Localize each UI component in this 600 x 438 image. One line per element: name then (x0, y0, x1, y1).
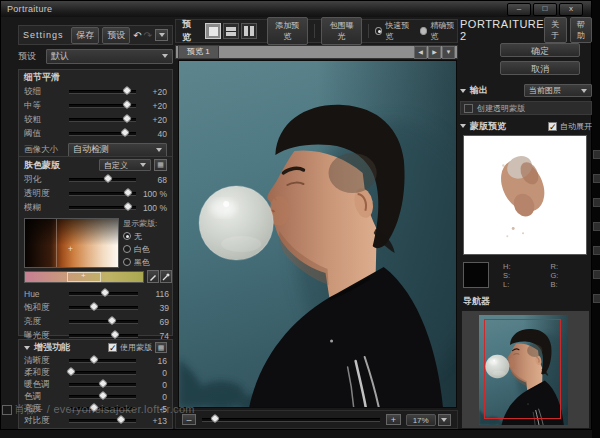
slider-track[interactable] (69, 419, 136, 423)
tab-prev-icon[interactable]: ◀ (414, 46, 427, 59)
accurate-preview-radio[interactable]: 精确预览 (420, 20, 457, 42)
enhance-options-button[interactable]: ▦ (155, 342, 167, 353)
layout-single-icon[interactable] (205, 23, 221, 39)
image-size-value: 自动检测 (69, 143, 152, 156)
minimize-button[interactable]: – (507, 3, 531, 16)
slider-thumb[interactable] (89, 302, 99, 312)
slider-track[interactable] (69, 118, 136, 122)
radio-icon[interactable] (123, 245, 131, 253)
radio-icon[interactable] (375, 27, 382, 35)
radio-icon[interactable] (123, 232, 131, 240)
slider-track[interactable] (69, 90, 136, 94)
slider-thumb[interactable] (122, 114, 132, 124)
slider-thumb[interactable] (100, 288, 110, 298)
slider-thumb[interactable] (123, 202, 133, 212)
use-mask-checkbox[interactable]: ✓ (108, 343, 117, 352)
mask-preview-thumbnail[interactable] (463, 135, 587, 255)
undo-icon[interactable]: ↶ (133, 30, 141, 41)
slider-track[interactable] (69, 359, 136, 363)
zoom-slider-thumb[interactable] (210, 413, 220, 423)
mask-options-button[interactable]: ▦ (154, 159, 167, 171)
detail-section-title: 细节平滑 (24, 71, 60, 84)
show-mask-option-white[interactable]: 白色 (123, 244, 173, 255)
slider-track[interactable] (69, 192, 136, 196)
transparent-mask-checkbox[interactable] (464, 104, 473, 113)
save-button[interactable]: 保存 (71, 27, 99, 44)
layout-hsplit-icon[interactable] (223, 23, 239, 39)
eyedropper-icon[interactable] (160, 270, 172, 283)
add-preview-button[interactable]: 添加预览 (267, 17, 308, 45)
tab-menu-icon[interactable]: ▼ (442, 46, 455, 59)
slider-value: 100 % (141, 189, 167, 199)
ok-button[interactable]: 确定 (500, 43, 580, 57)
preview-image[interactable] (178, 60, 457, 408)
slider-track[interactable] (69, 104, 136, 108)
layout-vsplit-icon[interactable] (241, 23, 257, 39)
slider-track[interactable] (69, 132, 136, 136)
maximize-button[interactable]: □ (533, 3, 557, 16)
collapse-arrow-icon[interactable] (460, 89, 466, 93)
slider-track[interactable] (69, 178, 136, 182)
slider-thumb[interactable] (110, 330, 120, 340)
help-button[interactable]: 帮助 (570, 17, 592, 43)
watermark-text: 肖像+ / everyoneisajoker.lofter.com (14, 402, 195, 417)
slider-thumb[interactable] (103, 174, 113, 184)
slider-track[interactable] (69, 371, 136, 375)
slider-track[interactable] (69, 395, 136, 399)
redo-icon[interactable]: ↷ (144, 30, 152, 41)
slider-value: 16 (141, 356, 167, 366)
radio-icon[interactable] (123, 258, 131, 266)
preview-tab-1[interactable]: 预览 1 (178, 45, 219, 59)
preset-button[interactable]: 预设 (102, 27, 130, 44)
navigator-thumbnail[interactable] (479, 315, 568, 425)
pen-tool-icon[interactable] (147, 270, 159, 283)
show-mask-option-black[interactable]: 黑色 (123, 257, 173, 268)
skin-tone-gradient-picker[interactable]: + (24, 218, 119, 268)
bracket-exposure-button[interactable]: 包围曝光 (321, 17, 362, 45)
zoom-level-value[interactable]: 17% (406, 414, 436, 426)
collapse-arrow-icon[interactable] (460, 124, 466, 128)
navigator-view-rect[interactable] (484, 319, 561, 419)
zoom-slider-track[interactable] (202, 418, 380, 422)
title-bar[interactable]: Portraiture – □ x (1, 1, 591, 17)
slider-thumb[interactable] (98, 379, 108, 389)
slider-thumb[interactable] (122, 100, 132, 110)
image-size-label: 画像大小 (24, 144, 68, 156)
slider-thumb[interactable] (122, 86, 132, 96)
slider-label: 饱和度 (24, 302, 64, 314)
mask-preset-dropdown[interactable]: 自定义 (99, 159, 151, 171)
zoom-menu-icon[interactable] (438, 414, 451, 426)
collapse-arrow-icon[interactable] (24, 346, 30, 350)
image-size-dropdown[interactable]: 自动检测 (68, 143, 167, 157)
show-mask-option-none[interactable]: 无 (123, 231, 173, 242)
preset-dropdown[interactable]: 默认 (46, 49, 173, 64)
settings-menu-button[interactable] (155, 29, 168, 41)
slider-thumb[interactable] (90, 355, 100, 365)
slider-thumb[interactable] (98, 391, 108, 401)
readout-l-label: L: (503, 280, 511, 289)
cancel-button[interactable]: 取消 (500, 61, 580, 75)
output-target-dropdown[interactable]: 当前图层 (524, 84, 592, 97)
zoom-in-button[interactable]: + (386, 414, 400, 425)
slider-thumb[interactable] (123, 188, 133, 198)
output-panel: PORTRAITURE 2 关于 帮助 确定 取消 输出 当前图层 创建透明蒙版 (460, 19, 592, 429)
auto-expand-checkbox[interactable]: ✓ (548, 122, 557, 131)
quick-preview-radio[interactable]: 快速预览 (375, 20, 412, 42)
slider-track[interactable] (69, 292, 138, 296)
hue-range-strip[interactable] (24, 271, 144, 283)
settings-label: Settings (23, 30, 64, 40)
slider-value: 69 (143, 317, 169, 327)
slider-thumb[interactable] (66, 367, 76, 377)
about-button[interactable]: 关于 (544, 17, 566, 43)
slider-track[interactable] (69, 206, 136, 210)
slider-thumb[interactable] (120, 128, 130, 138)
radio-icon[interactable] (420, 27, 427, 35)
slider-track[interactable] (69, 383, 136, 387)
slider-track[interactable] (69, 320, 138, 324)
slider-track[interactable] (69, 306, 138, 310)
close-button[interactable]: x (559, 3, 583, 16)
tab-next-icon[interactable]: ▶ (428, 46, 441, 59)
slider-thumb[interactable] (107, 316, 117, 326)
slider-track[interactable] (69, 334, 138, 338)
skin-mask-section-title: 肤色蒙版 (24, 159, 60, 172)
